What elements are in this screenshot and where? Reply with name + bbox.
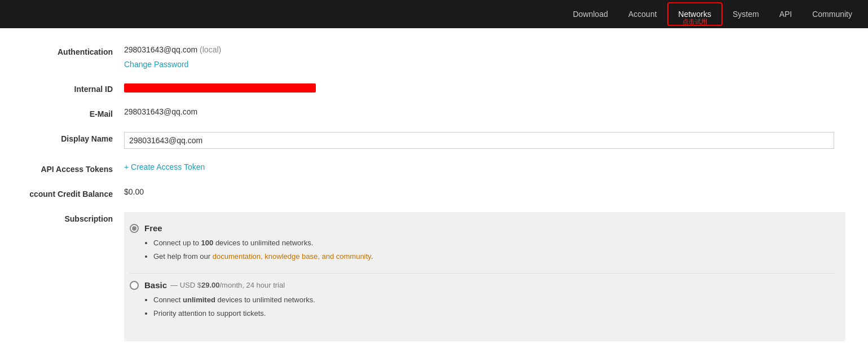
subscription-free-header: Free xyxy=(130,223,834,233)
subscription-free-bullets: Connect up to 100 devices to unlimited n… xyxy=(150,237,834,262)
free-bullet-1: Connect up to 100 devices to unlimited n… xyxy=(153,237,834,249)
api-tokens-label: API Access Tokens xyxy=(23,162,124,174)
internal-id-label: Internal ID xyxy=(23,82,124,94)
nav-system[interactable]: System xyxy=(722,0,769,28)
email-value: 298031643@qq.com xyxy=(124,107,845,116)
subscription-free-option: Free Connect up to 100 devices to unlimi… xyxy=(130,223,834,262)
authentication-value: 298031643@qq.com (local) Change Password xyxy=(124,45,845,69)
free-bullet-2: Get help from our documentation, knowled… xyxy=(153,251,834,262)
display-name-input[interactable] xyxy=(124,132,834,149)
subscription-divider xyxy=(130,273,834,274)
internal-id-row: Internal ID xyxy=(23,82,845,94)
basic-bullet-2: Priority attention to support tickets. xyxy=(153,308,834,319)
nav-community[interactable]: Community xyxy=(802,0,862,28)
authentication-label: Authentication xyxy=(23,45,124,56)
email-row: E-Mail 298031643@qq.com xyxy=(23,107,845,118)
subscription-basic-name: Basic xyxy=(144,280,167,290)
subscription-basic-radio[interactable] xyxy=(130,281,139,290)
auth-email: 298031643@qq.com xyxy=(124,45,197,54)
subscription-row: Subscription Free Connect up to 100 devi… xyxy=(23,212,845,341)
nav-account[interactable]: Account xyxy=(618,0,667,28)
subscription-basic-header: Basic — USD $29.00/month, 24 hour trial xyxy=(130,280,834,290)
display-name-value xyxy=(124,132,845,149)
nav-api[interactable]: API xyxy=(769,0,803,28)
free-help-link[interactable]: documentation, knowledge base, and commu… xyxy=(213,252,371,261)
main-content: Authentication 298031643@qq.com (local) … xyxy=(0,28,868,357)
subscription-basic-bullets: Connect unlimited devices to unlimited n… xyxy=(150,294,834,319)
subscription-free-name: Free xyxy=(144,223,162,233)
networks-active-badge: 点击试用 xyxy=(682,17,707,26)
credit-balance-value: $0.00 xyxy=(124,187,845,196)
display-name-row: Display Name xyxy=(23,132,845,149)
subscription-label: Subscription xyxy=(23,212,124,223)
credit-balance-label: ccount Credit Balance xyxy=(23,187,124,199)
change-password-link[interactable]: Change Password xyxy=(124,60,845,69)
api-tokens-row: API Access Tokens + Create Access Token xyxy=(23,162,845,174)
authentication-row: Authentication 298031643@qq.com (local) … xyxy=(23,45,845,69)
create-access-token-link[interactable]: + Create Access Token xyxy=(124,162,205,171)
email-label: E-Mail xyxy=(23,107,124,118)
subscription-basic-price: — USD $29.00/month, 24 hour trial xyxy=(170,281,285,289)
api-tokens-value: + Create Access Token xyxy=(124,162,845,171)
nav-networks[interactable]: Networks 点击试用 xyxy=(667,2,722,26)
subscription-panel: Free Connect up to 100 devices to unlimi… xyxy=(124,212,845,341)
credit-balance-row: ccount Credit Balance $0.00 xyxy=(23,187,845,199)
internal-id-value xyxy=(124,82,845,93)
display-name-label: Display Name xyxy=(23,132,124,143)
subscription-basic-option: Basic — USD $29.00/month, 24 hour trial … xyxy=(130,280,834,319)
basic-bullet-1: Connect unlimited devices to unlimited n… xyxy=(153,294,834,306)
top-navigation: Download Account Networks 点击试用 System AP… xyxy=(0,0,868,28)
auth-method: (local) xyxy=(200,45,221,54)
internal-id-redacted xyxy=(124,83,316,92)
nav-download[interactable]: Download xyxy=(563,0,618,28)
subscription-free-radio[interactable] xyxy=(130,224,139,233)
